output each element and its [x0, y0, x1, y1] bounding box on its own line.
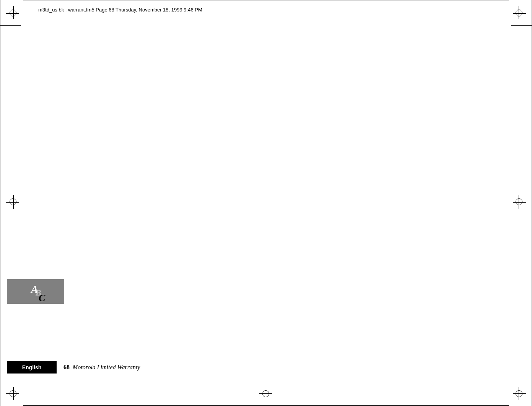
line-bottom-left — [0, 381, 21, 382]
reg-mark-bottom-right — [511, 385, 526, 400]
bottom-bar: English 68 Motorola Limited Warranty — [0, 361, 532, 374]
border-left — [0, 0, 1, 406]
abc-icon-box: A B C — [7, 279, 64, 304]
reg-mark-middle-left — [6, 195, 21, 211]
border-top — [23, 0, 509, 1]
language-badge: English — [7, 361, 57, 374]
reg-mark-bottom-left — [6, 385, 21, 400]
line-top-left — [0, 25, 21, 26]
reg-mark-bottom-center — [259, 385, 274, 400]
line-top-right — [511, 25, 532, 26]
page-info: 68 Motorola Limited Warranty — [63, 364, 140, 371]
line-bottom-right — [511, 381, 532, 382]
page-title: Motorola Limited Warranty — [73, 364, 140, 371]
page-number: 68 — [63, 364, 70, 371]
reg-mark-top-right — [511, 6, 526, 21]
letter-c: C — [39, 293, 45, 303]
reg-mark-top-left — [6, 6, 21, 21]
header-text: m3td_us.bk : warrant.fm5 Page 68 Thursda… — [38, 7, 202, 13]
reg-mark-middle-right — [511, 195, 526, 211]
